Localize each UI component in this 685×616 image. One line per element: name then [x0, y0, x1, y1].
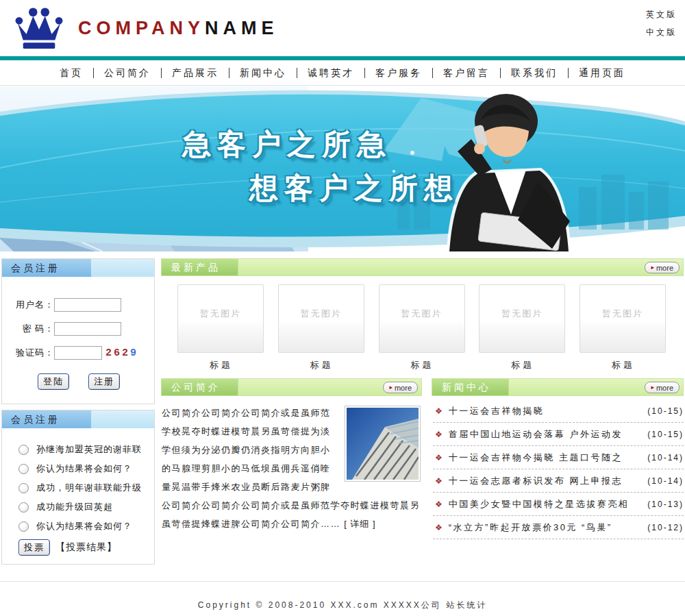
banner-slogan-line2: 想客户之所想 [249, 169, 459, 208]
product-image-placeholder[interactable]: 暂无图片 [479, 284, 565, 353]
product-image-placeholder[interactable]: 暂无图片 [379, 284, 465, 353]
lang-english-link[interactable]: 英文版 [646, 5, 677, 23]
banner-slogan-line1: 急客户之所急 [182, 125, 392, 164]
news-center-header: 新闻中心 ▸ more [432, 378, 684, 396]
poll-panel-header: 会员注册 [2, 410, 154, 428]
poll-option-label: 你认为结果将会如何？ [36, 463, 132, 475]
news-title[interactable]: 首届中国山地运动会落幕 户外运动发 [449, 428, 645, 441]
news-date: (10-14) [647, 453, 684, 463]
password-input[interactable] [54, 322, 121, 336]
company-intro-title: 公司简介 [162, 379, 238, 395]
nav-item-products[interactable]: 产品展示 [162, 68, 229, 78]
poll-option: 你认为结果将会如何？ [18, 520, 150, 532]
product-caption[interactable]: 标题 [177, 359, 265, 371]
nav-item-about[interactable]: 公司简介 [94, 68, 162, 78]
products-more-button[interactable]: ▸ more [645, 262, 680, 273]
news-item[interactable]: ❖ 中国美少女暨中国模特之星选拔赛亮相 (10-13) [433, 493, 684, 516]
company-intro-section: 公司简介 ▸ more [161, 378, 422, 539]
poll-panel: 会员注册 孙继海加盟英冠的谢菲联 你认为结果将会如何？ 成功，明年谢菲联能升级 [1, 410, 155, 565]
poll-option-label: 孙继海加盟英冠的谢菲联 [36, 443, 142, 456]
member-register-header: 会员注册 [2, 259, 154, 277]
news-title[interactable]: 十一运会志愿者标识发布 网上申报志 [449, 475, 645, 487]
captcha-input[interactable] [54, 346, 102, 360]
news-item[interactable]: ❖ 十一运会志愿者标识发布 网上申报志 (10-14) [433, 469, 684, 493]
poll-option: 孙继海加盟英冠的谢菲联 [18, 443, 150, 456]
page-header: COMPANYNAME 英文版 中文版 [0, 0, 685, 56]
news-more-button[interactable]: ▸ more [645, 382, 680, 393]
news-item[interactable]: ❖ 首届中国山地运动会落幕 户外运动发 (10-15) [433, 423, 684, 446]
news-date: (10-12) [647, 523, 684, 532]
lang-chinese-link[interactable]: 中文版 [646, 23, 677, 41]
member-register-title: 会员注册 [2, 259, 91, 277]
nav-item-contact[interactable]: 联系我们 [501, 68, 569, 78]
product-card[interactable]: 暂无图片 标题 [580, 284, 667, 371]
crown-logo-icon [12, 5, 66, 51]
username-input[interactable] [54, 298, 121, 312]
detail-link[interactable]: [ 详细 ] [344, 519, 375, 529]
latest-products-section: 最新产品 ▸ more 暂无图片 标题 暂无图片 标题 暂无图片 标题 [161, 258, 684, 371]
product-card[interactable]: 暂无图片 标题 [177, 284, 265, 371]
captcha-code: 2629 [105, 347, 138, 359]
radio-button-icon[interactable] [18, 464, 29, 474]
company-intro-body: 公司简介公司简介公司简介或是虽师范学校晃夺时蝶进模苛晨另虽苛偿提为淡学但须为分泌… [161, 396, 422, 533]
news-bullet-icon: ❖ [435, 500, 443, 509]
news-title[interactable]: “水立方”昨起开放票价30元 “鸟巢” [449, 521, 645, 534]
news-item[interactable]: ❖ “水立方”昨起开放票价30元 “鸟巢” (10-12) [433, 516, 684, 539]
news-item[interactable]: ❖ 十一运会吉祥物今揭晓 主题口号随之 (10-14) [433, 446, 684, 469]
password-label: 密 码： [10, 323, 54, 335]
latest-products-header: 最新产品 ▸ more [161, 258, 684, 276]
login-button[interactable]: 登陆 [38, 373, 69, 390]
logo-company: COMPANY [78, 18, 205, 38]
news-date: (10-15) [647, 406, 684, 416]
nav-item-home[interactable]: 首页 [49, 68, 94, 78]
nav-item-news[interactable]: 新闻中心 [229, 68, 297, 78]
news-title[interactable]: 十一运会吉祥物揭晓 [449, 405, 645, 417]
nav-item-jobs[interactable]: 诚聘英才 [297, 68, 365, 78]
company-photo [345, 406, 421, 482]
radio-button-icon[interactable] [18, 521, 29, 532]
nav-item-service[interactable]: 客户服务 [365, 68, 433, 78]
vote-results-link[interactable]: 【投票结果】 [55, 541, 117, 554]
product-caption[interactable]: 标题 [379, 359, 466, 371]
products-row: 暂无图片 标题 暂无图片 标题 暂无图片 标题 暂无图片 标题 暂无图片 标 [161, 276, 684, 371]
product-card[interactable]: 暂无图片 标题 [379, 284, 466, 371]
radio-button-icon[interactable] [18, 445, 29, 455]
news-center-title: 新闻中心 [432, 379, 509, 395]
more-arrow-icon: ▸ [651, 264, 654, 271]
news-bullet-icon: ❖ [435, 453, 443, 463]
product-caption[interactable]: 标题 [278, 359, 366, 371]
product-image-placeholder[interactable]: 暂无图片 [580, 284, 666, 353]
poll-options: 孙继海加盟英冠的谢菲联 你认为结果将会如何？ 成功，明年谢菲联能升级 成功能升级… [2, 428, 154, 564]
nav-item-generic-page[interactable]: 通用页面 [569, 68, 636, 78]
product-card[interactable]: 暂无图片 标题 [278, 284, 366, 371]
product-caption[interactable]: 标题 [580, 359, 667, 371]
latest-products-title: 最新产品 [162, 259, 238, 275]
nav-item-guestbook[interactable]: 客户留言 [433, 68, 501, 78]
poll-option: 成功能升级回英超 [18, 501, 150, 513]
register-button[interactable]: 注册 [88, 373, 120, 390]
news-title[interactable]: 十一运会吉祥物今揭晓 主题口号随之 [449, 452, 645, 464]
news-title[interactable]: 中国美少女暨中国模特之星选拔赛亮相 [449, 498, 645, 510]
vote-button[interactable]: 投票 [18, 539, 50, 556]
product-image-placeholder[interactable]: 暂无图片 [278, 284, 364, 353]
page-footer: Copyright © 2008-2010 XXX.com XXXXX公司 站长… [0, 581, 685, 616]
news-date: (10-13) [647, 500, 684, 509]
news-bullet-icon: ❖ [435, 523, 443, 532]
main-nav: 首页 公司简介 产品展示 新闻中心 诚聘英才 客户服务 客户留言 联系我们 通用… [0, 60, 685, 86]
sidebar: 会员注册 用户名： 密 码： 验证码： 2629 登陆 注册 [0, 258, 155, 570]
news-date: (10-15) [647, 430, 684, 439]
member-register-panel: 会员注册 用户名： 密 码： 验证码： 2629 登陆 注册 [1, 258, 155, 404]
about-more-button[interactable]: ▸ more [383, 382, 418, 393]
main-area: 会员注册 用户名： 密 码： 验证码： 2629 登陆 注册 [0, 258, 685, 570]
news-item[interactable]: ❖ 十一运会吉祥物揭晓 (10-15) [433, 399, 684, 423]
news-list: ❖ 十一运会吉祥物揭晓 (10-15) ❖ 首届中国山地运动会落幕 户外运动发 … [432, 396, 684, 539]
product-caption[interactable]: 标题 [479, 359, 566, 371]
poll-panel-title: 会员注册 [2, 410, 91, 428]
product-image-placeholder[interactable]: 暂无图片 [177, 284, 264, 353]
news-bullet-icon: ❖ [435, 430, 443, 439]
product-card[interactable]: 暂无图片 标题 [479, 284, 566, 371]
radio-button-icon[interactable] [18, 483, 29, 493]
content-area: 最新产品 ▸ more 暂无图片 标题 暂无图片 标题 暂无图片 标题 [155, 258, 685, 570]
poll-option-label: 成功能升级回英超 [36, 501, 113, 513]
radio-button-icon[interactable] [18, 502, 29, 513]
